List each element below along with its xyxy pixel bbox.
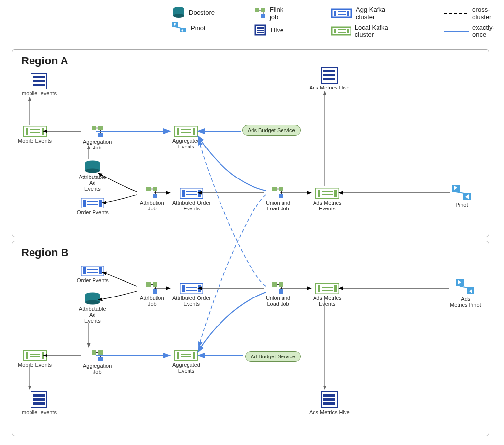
b-order-events-label: Order Events (77, 277, 109, 283)
b-ads-metrics-pinot-label: Ads Metrics Pinot (450, 296, 481, 308)
legend-col-4: cross-cluster exactly-once (444, 6, 504, 38)
legend-docstore: Docstore (172, 6, 215, 19)
b-attributed-order-label: Attributed Order Events (172, 295, 211, 307)
flink-icon (92, 350, 103, 362)
a-pinot-label: Pinot (455, 202, 468, 208)
docstore-icon (85, 160, 100, 173)
agg-kafka-icon (180, 283, 203, 294)
a-aggregation-job: Aggregation Job (83, 126, 112, 150)
pinot-icon (456, 279, 475, 295)
legend-docstore-label: Docstore (189, 9, 215, 16)
svg-rect-15 (334, 11, 336, 16)
a-mobile-events: Mobile Events (18, 126, 52, 144)
hive-icon (254, 24, 267, 36)
legend-col-3: Agg Kafka cluster Local Kafka cluster (331, 6, 405, 38)
b-mobile-events-hive: mobile_events (22, 391, 57, 415)
svg-rect-21 (347, 29, 349, 33)
b-ad-budget-pill: Ad Budget Service (245, 351, 301, 362)
b-aggregated-events: Aggregated Events (172, 350, 200, 374)
b-ads-metrics-events: Ads Metrics Events (313, 283, 341, 307)
svg-rect-16 (347, 11, 349, 16)
hive-icon (31, 391, 47, 408)
legend: Docstore Pinot Flink job Hive Agg Kafka … (172, 6, 504, 38)
legend-agg-kafka-label: Agg Kafka cluster (356, 6, 405, 21)
hive-icon (31, 73, 47, 89)
svg-rect-12 (257, 30, 264, 31)
legend-cross-label: cross-cluster (472, 6, 504, 21)
a-ads-metrics-hive-label: Ads Metrics Hive (309, 85, 350, 90)
flink-icon (254, 7, 266, 20)
local-kafka-icon (315, 188, 339, 199)
legend-exactly-label: exactly-once (472, 24, 504, 38)
legend-flink-label: Flink job (270, 6, 291, 21)
solid-blue-line-icon (444, 28, 469, 35)
agg-kafka-icon (331, 8, 352, 19)
b-ads-metrics-hive-label: Ads Metrics Hive (309, 409, 350, 415)
flink-icon (146, 187, 158, 199)
region-b-title: Region B (21, 246, 69, 259)
a-order-events: Order Events (77, 198, 109, 215)
a-mobile-events-hive: mobile_events (22, 73, 57, 96)
dashed-line-icon (444, 10, 469, 17)
a-ads-metrics-events-label: Ads Metrics Events (313, 200, 341, 211)
a-attributable-label: Attributable Ad Events (79, 174, 106, 192)
svg-rect-20 (334, 29, 336, 33)
b-ads-metrics-pinot: Ads Metrics Pinot (450, 279, 481, 308)
legend-col-2: Flink job Hive (254, 6, 291, 36)
b-aggregated-events-label: Aggregated Events (172, 362, 200, 374)
agg-kafka-icon (81, 198, 104, 208)
legend-local-kafka-label: Local Kafka cluster (355, 24, 405, 38)
flink-icon (92, 126, 103, 138)
local-kafka-icon (23, 350, 47, 361)
local-kafka-icon (174, 350, 198, 361)
b-ads-metrics-hive: Ads Metrics Hive (309, 391, 350, 415)
legend-hive: Hive (254, 24, 291, 36)
b-mobile-events-label: Mobile Events (18, 362, 52, 368)
flink-icon (272, 187, 284, 199)
a-attributable-ad-events: Attributable Ad Events (79, 160, 106, 192)
a-ads-budget-pill: Ads Budget Service (242, 125, 301, 136)
b-mobile-events: Mobile Events (18, 350, 52, 368)
svg-rect-8 (261, 14, 265, 18)
svg-rect-7 (255, 8, 259, 12)
docstore-icon (85, 292, 100, 305)
svg-rect-11 (257, 27, 264, 29)
local-kafka-icon (174, 126, 198, 137)
a-mobile-events-label: Mobile Events (18, 138, 52, 144)
b-aggregation-job: Aggregation Job (83, 350, 112, 375)
b-union-load-job: Union and Load Job (266, 282, 290, 307)
a-union-load-label: Union and Load Job (266, 200, 290, 211)
legend-pinot: Pinot (172, 22, 215, 33)
hive-icon (321, 391, 338, 408)
b-attributable-ad-events: Attributable Ad Events (79, 292, 106, 324)
a-order-events-label: Order Events (77, 209, 109, 215)
a-aggregation-job-label: Aggregation Job (83, 139, 112, 150)
a-attributed-order-label: Attributed Order Events (172, 200, 211, 211)
legend-col-1: Docstore Pinot (172, 6, 215, 33)
legend-agg-kafka: Agg Kafka cluster (331, 6, 405, 21)
region-a-title: Region A (21, 55, 68, 67)
b-order-events: Order Events (77, 266, 109, 283)
b-mobile-events-hive-label: mobile_events (22, 409, 57, 415)
flink-icon (272, 282, 284, 294)
pinot-icon (452, 185, 472, 201)
flink-icon (146, 282, 158, 294)
legend-hive-label: Hive (271, 27, 284, 34)
legend-cross-cluster: cross-cluster (444, 6, 504, 21)
hive-icon (321, 67, 338, 84)
legend-flink: Flink job (254, 6, 291, 21)
svg-rect-9 (261, 8, 265, 12)
a-ads-metrics-events: Ads Metrics Events (313, 188, 341, 211)
a-attributed-order-events: Attributed Order Events (172, 188, 211, 211)
agg-kafka-icon (180, 188, 203, 199)
svg-rect-13 (257, 32, 264, 33)
b-ad-budget-service: Ad Budget Service (245, 351, 301, 362)
a-attribution-job: Attribution Job (140, 187, 164, 211)
a-union-load-job: Union and Load Job (266, 187, 290, 211)
pinot-icon (172, 22, 187, 33)
a-aggregated-events: Aggregated Events (172, 126, 200, 149)
b-ads-metrics-events-label: Ads Metrics Events (313, 295, 341, 307)
b-attributed-order-events: Attributed Order Events (172, 283, 211, 307)
b-attribution-job: Attribution Job (140, 282, 164, 307)
a-ads-budget-service: Ads Budget Service (242, 125, 301, 136)
